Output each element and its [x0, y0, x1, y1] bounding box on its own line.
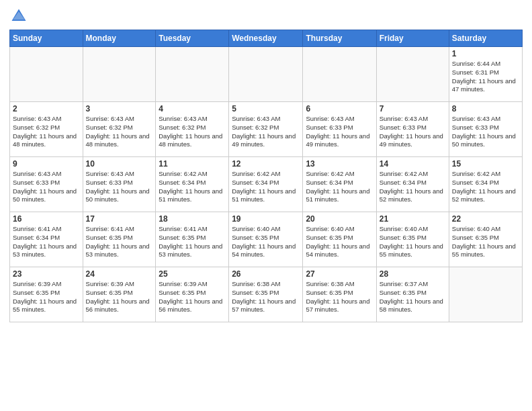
day-info: Sunrise: 6:41 AM Sunset: 6:34 PM Dayligh…: [13, 225, 80, 259]
day-info: Sunrise: 6:42 AM Sunset: 6:34 PM Dayligh…: [232, 170, 300, 204]
header: [9, 7, 523, 26]
calendar-cell: 7Sunrise: 6:43 AM Sunset: 6:33 PM Daylig…: [376, 102, 449, 157]
calendar-cell: 23Sunrise: 6:39 AM Sunset: 6:35 PM Dayli…: [10, 267, 83, 322]
calendar-cell: 9Sunrise: 6:43 AM Sunset: 6:33 PM Daylig…: [10, 157, 83, 212]
calendar-cell: 3Sunrise: 6:43 AM Sunset: 6:32 PM Daylig…: [83, 102, 156, 157]
day-number: 21: [380, 214, 446, 224]
day-number: 15: [452, 159, 519, 169]
day-number: 1: [452, 49, 519, 58]
day-number: 2: [13, 104, 80, 113]
day-info: Sunrise: 6:39 AM Sunset: 6:35 PM Dayligh…: [159, 280, 226, 314]
day-info: Sunrise: 6:40 AM Sunset: 6:35 PM Dayligh…: [232, 225, 300, 259]
day-number: 3: [86, 104, 153, 113]
day-number: 6: [306, 104, 373, 113]
day-number: 22: [452, 214, 519, 224]
calendar-header-sunday: Sunday: [10, 30, 83, 47]
calendar-cell: 21Sunrise: 6:40 AM Sunset: 6:35 PM Dayli…: [376, 212, 449, 267]
calendar-header-tuesday: Tuesday: [156, 30, 229, 47]
calendar-week-row: 1Sunrise: 6:44 AM Sunset: 6:31 PM Daylig…: [10, 47, 523, 102]
day-info: Sunrise: 6:43 AM Sunset: 6:33 PM Dayligh…: [452, 115, 519, 149]
calendar-cell: 14Sunrise: 6:42 AM Sunset: 6:34 PM Dayli…: [376, 157, 449, 212]
day-info: Sunrise: 6:43 AM Sunset: 6:33 PM Dayligh…: [306, 115, 373, 149]
calendar-cell: 5Sunrise: 6:43 AM Sunset: 6:32 PM Daylig…: [229, 102, 303, 157]
day-info: Sunrise: 6:43 AM Sunset: 6:33 PM Dayligh…: [13, 170, 80, 204]
calendar-header-thursday: Thursday: [303, 30, 376, 47]
day-info: Sunrise: 6:42 AM Sunset: 6:34 PM Dayligh…: [159, 170, 226, 204]
day-info: Sunrise: 6:40 AM Sunset: 6:35 PM Dayligh…: [306, 225, 373, 259]
calendar-week-row: 23Sunrise: 6:39 AM Sunset: 6:35 PM Dayli…: [10, 267, 523, 322]
day-info: Sunrise: 6:40 AM Sunset: 6:35 PM Dayligh…: [380, 225, 446, 259]
day-info: Sunrise: 6:38 AM Sunset: 6:35 PM Dayligh…: [232, 280, 300, 314]
day-number: 17: [86, 214, 153, 224]
day-info: Sunrise: 6:38 AM Sunset: 6:35 PM Dayligh…: [306, 280, 373, 314]
calendar-week-row: 9Sunrise: 6:43 AM Sunset: 6:33 PM Daylig…: [10, 157, 523, 212]
day-info: Sunrise: 6:39 AM Sunset: 6:35 PM Dayligh…: [86, 280, 153, 314]
calendar-cell: 13Sunrise: 6:42 AM Sunset: 6:34 PM Dayli…: [303, 157, 376, 212]
day-info: Sunrise: 6:39 AM Sunset: 6:35 PM Dayligh…: [13, 280, 80, 314]
day-info: Sunrise: 6:40 AM Sunset: 6:35 PM Dayligh…: [452, 225, 519, 259]
calendar-cell: 16Sunrise: 6:41 AM Sunset: 6:34 PM Dayli…: [10, 212, 83, 267]
calendar-cell: 12Sunrise: 6:42 AM Sunset: 6:34 PM Dayli…: [229, 157, 303, 212]
day-number: 14: [380, 159, 446, 169]
calendar-cell: 2Sunrise: 6:43 AM Sunset: 6:32 PM Daylig…: [10, 102, 83, 157]
calendar-cell: 10Sunrise: 6:43 AM Sunset: 6:33 PM Dayli…: [83, 157, 156, 212]
day-info: Sunrise: 6:43 AM Sunset: 6:33 PM Dayligh…: [86, 170, 153, 204]
day-number: 23: [13, 269, 80, 279]
day-number: 18: [159, 214, 226, 224]
calendar-cell: [10, 47, 83, 102]
day-info: Sunrise: 6:43 AM Sunset: 6:32 PM Dayligh…: [159, 115, 226, 149]
calendar-cell: [83, 47, 156, 102]
day-number: 11: [159, 159, 226, 169]
calendar-header-saturday: Saturday: [449, 30, 522, 47]
day-number: 7: [380, 104, 446, 113]
day-number: 20: [306, 214, 373, 224]
calendar-cell: 11Sunrise: 6:42 AM Sunset: 6:34 PM Dayli…: [156, 157, 229, 212]
day-number: 16: [13, 214, 80, 224]
day-number: 24: [86, 269, 153, 279]
day-info: Sunrise: 6:41 AM Sunset: 6:35 PM Dayligh…: [86, 225, 153, 259]
day-info: Sunrise: 6:37 AM Sunset: 6:35 PM Dayligh…: [380, 280, 446, 314]
day-info: Sunrise: 6:43 AM Sunset: 6:32 PM Dayligh…: [232, 115, 300, 149]
logo-icon: [9, 7, 28, 26]
calendar-header-wednesday: Wednesday: [229, 30, 303, 47]
day-number: 4: [159, 104, 226, 113]
day-info: Sunrise: 6:44 AM Sunset: 6:31 PM Dayligh…: [452, 60, 519, 94]
calendar-header-friday: Friday: [376, 30, 449, 47]
day-info: Sunrise: 6:42 AM Sunset: 6:34 PM Dayligh…: [306, 170, 373, 204]
calendar-header-row: SundayMondayTuesdayWednesdayThursdayFrid…: [10, 30, 523, 47]
calendar-cell: 27Sunrise: 6:38 AM Sunset: 6:35 PM Dayli…: [303, 267, 376, 322]
calendar-cell: [449, 267, 522, 322]
calendar-cell: [376, 47, 449, 102]
day-number: 8: [452, 104, 519, 113]
calendar-cell: 17Sunrise: 6:41 AM Sunset: 6:35 PM Dayli…: [83, 212, 156, 267]
day-number: 9: [13, 159, 80, 169]
day-number: 26: [232, 269, 300, 279]
day-number: 13: [306, 159, 373, 169]
calendar-cell: 1Sunrise: 6:44 AM Sunset: 6:31 PM Daylig…: [449, 47, 522, 102]
day-info: Sunrise: 6:43 AM Sunset: 6:32 PM Dayligh…: [13, 115, 80, 149]
day-number: 5: [232, 104, 300, 113]
day-info: Sunrise: 6:43 AM Sunset: 6:32 PM Dayligh…: [86, 115, 153, 149]
day-number: 19: [232, 214, 300, 224]
day-number: 12: [232, 159, 300, 169]
calendar-cell: 20Sunrise: 6:40 AM Sunset: 6:35 PM Dayli…: [303, 212, 376, 267]
calendar-cell: [156, 47, 229, 102]
day-info: Sunrise: 6:42 AM Sunset: 6:34 PM Dayligh…: [452, 170, 519, 204]
calendar-cell: 18Sunrise: 6:41 AM Sunset: 6:35 PM Dayli…: [156, 212, 229, 267]
svg-marker-1: [13, 11, 25, 19]
calendar-cell: [229, 47, 303, 102]
calendar-cell: 6Sunrise: 6:43 AM Sunset: 6:33 PM Daylig…: [303, 102, 376, 157]
day-info: Sunrise: 6:41 AM Sunset: 6:35 PM Dayligh…: [159, 225, 226, 259]
calendar-cell: 24Sunrise: 6:39 AM Sunset: 6:35 PM Dayli…: [83, 267, 156, 322]
logo: [9, 7, 31, 26]
day-number: 10: [86, 159, 153, 169]
calendar-week-row: 2Sunrise: 6:43 AM Sunset: 6:32 PM Daylig…: [10, 102, 523, 157]
calendar-cell: 26Sunrise: 6:38 AM Sunset: 6:35 PM Dayli…: [229, 267, 303, 322]
calendar-week-row: 16Sunrise: 6:41 AM Sunset: 6:34 PM Dayli…: [10, 212, 523, 267]
day-number: 27: [306, 269, 373, 279]
calendar-cell: 22Sunrise: 6:40 AM Sunset: 6:35 PM Dayli…: [449, 212, 522, 267]
calendar-cell: 25Sunrise: 6:39 AM Sunset: 6:35 PM Dayli…: [156, 267, 229, 322]
calendar-cell: 19Sunrise: 6:40 AM Sunset: 6:35 PM Dayli…: [229, 212, 303, 267]
day-number: 25: [159, 269, 226, 279]
day-info: Sunrise: 6:42 AM Sunset: 6:34 PM Dayligh…: [380, 170, 446, 204]
